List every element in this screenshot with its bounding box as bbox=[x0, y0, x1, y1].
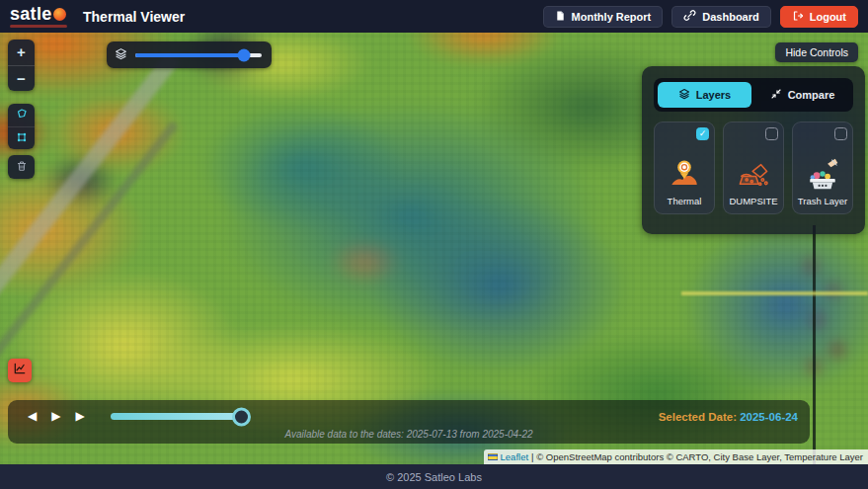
attribution-text: | © OpenStreetMap contributors © CARTO, … bbox=[531, 451, 863, 462]
compare-arrows-icon bbox=[770, 88, 782, 102]
date-slider-track[interactable] bbox=[111, 413, 241, 420]
layer-label-dumpsite: DUMPSITE bbox=[729, 196, 777, 206]
zoom-in-button[interactable]: + bbox=[8, 40, 35, 66]
page-title: Thermal Viewer bbox=[83, 9, 185, 25]
map-road-horizontal bbox=[681, 291, 868, 295]
dashboard-label: Dashboard bbox=[702, 11, 758, 23]
trash-pile-icon bbox=[806, 155, 839, 193]
delete-shapes-button[interactable] bbox=[8, 155, 35, 179]
opacity-slider-pill bbox=[107, 41, 272, 68]
logout-icon bbox=[792, 10, 804, 24]
logout-label: Logout bbox=[810, 11, 846, 23]
selected-date-value: 2025-06-24 bbox=[740, 411, 798, 423]
dumpsite-truck-icon bbox=[737, 155, 770, 193]
layers-icon bbox=[678, 88, 690, 102]
top-bar: satle Thermal Viewer Monthly Report Dash… bbox=[0, 0, 868, 33]
trash-icon bbox=[16, 158, 28, 176]
hide-controls-button[interactable]: Hide Controls bbox=[775, 42, 858, 62]
tab-compare-label: Compare bbox=[788, 89, 835, 101]
edit-rectangle-icon bbox=[16, 129, 28, 147]
draw-polygon-icon bbox=[16, 106, 28, 123]
layer-card-dumpsite[interactable]: DUMPSITE bbox=[723, 122, 784, 214]
map-attribution: Leaflet | © OpenStreetMap contributors ©… bbox=[484, 449, 868, 464]
layer-label-thermal: Thermal bbox=[668, 196, 702, 206]
thermal-checkbox[interactable]: ✓ bbox=[696, 127, 709, 140]
monthly-report-label: Monthly Report bbox=[572, 11, 652, 23]
layer-card-trash[interactable]: Trash Layer bbox=[792, 122, 853, 214]
edit-shape-button[interactable] bbox=[8, 127, 35, 150]
brand-logo-text: satle bbox=[10, 5, 52, 23]
ukraine-flag-icon bbox=[488, 453, 498, 460]
layers-panel: Layers Compare ✓ Thermal bbox=[642, 66, 865, 234]
layer-label-trash: Trash Layer bbox=[798, 196, 847, 206]
document-icon bbox=[555, 10, 566, 24]
dashboard-button[interactable]: Dashboard bbox=[671, 6, 770, 28]
leaflet-link[interactable]: Leaflet bbox=[501, 451, 529, 462]
draw-polygon-button[interactable] bbox=[8, 104, 35, 127]
zoom-out-button[interactable]: − bbox=[8, 66, 35, 92]
line-chart-icon bbox=[13, 362, 27, 379]
layers-icon bbox=[115, 46, 127, 64]
brand-logo-dot-icon bbox=[53, 8, 66, 21]
logout-button[interactable]: Logout bbox=[780, 6, 858, 28]
selected-date-label: Selected Date: bbox=[659, 411, 737, 423]
thermal-map[interactable]: + − Hide Controls Layers bbox=[0, 33, 868, 464]
tab-layers-label: Layers bbox=[696, 89, 731, 101]
brand-tagline bbox=[10, 25, 67, 28]
header-actions: Monthly Report Dashboard Logout bbox=[543, 6, 858, 28]
opacity-slider-fill bbox=[135, 53, 244, 57]
date-slider-thumb[interactable] bbox=[232, 407, 251, 426]
zoom-control: + − bbox=[8, 40, 35, 91]
trash-layer-checkbox[interactable] bbox=[834, 127, 847, 140]
step-forward-button[interactable]: ▶ bbox=[75, 408, 84, 424]
selected-date: Selected Date: 2025-06-24 bbox=[659, 411, 798, 423]
draw-tools-control bbox=[8, 104, 35, 149]
copyright-text: © 2025 Satleo Labs bbox=[386, 471, 482, 483]
step-back-button[interactable]: ◀ bbox=[28, 408, 37, 424]
analytics-chart-button[interactable] bbox=[8, 359, 32, 382]
opacity-slider-thumb[interactable] bbox=[238, 48, 251, 61]
timeline-controls: ◀ ▶ ▶ bbox=[28, 408, 85, 424]
tab-layers[interactable]: Layers bbox=[658, 82, 751, 108]
opacity-slider-track[interactable] bbox=[135, 53, 262, 57]
dumpsite-checkbox[interactable] bbox=[765, 127, 778, 140]
tab-compare[interactable]: Compare bbox=[755, 82, 849, 108]
timeline-bar: ◀ ▶ ▶ Selected Date: 2025-06-24 Availabl… bbox=[8, 400, 810, 444]
layers-panel-tabs: Layers Compare bbox=[654, 78, 853, 112]
layer-cards: ✓ Thermal bbox=[642, 122, 865, 214]
link-icon bbox=[683, 9, 696, 24]
availability-note: Available data to the dates: 2025-07-13 … bbox=[8, 429, 810, 440]
play-button[interactable]: ▶ bbox=[51, 408, 60, 424]
thermal-pin-icon bbox=[668, 155, 701, 193]
monthly-report-button[interactable]: Monthly Report bbox=[543, 6, 664, 28]
brand-logo: satle bbox=[10, 5, 67, 28]
map-road-vertical bbox=[813, 225, 816, 464]
layer-card-thermal[interactable]: ✓ Thermal bbox=[654, 122, 715, 214]
page-footer: © 2025 Satleo Labs bbox=[0, 464, 868, 489]
